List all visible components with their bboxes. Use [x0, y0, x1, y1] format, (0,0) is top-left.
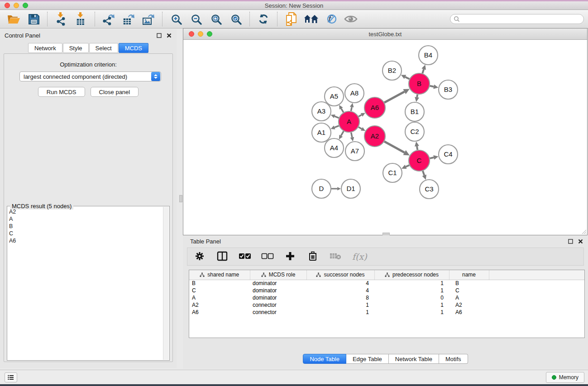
run-mcds-button[interactable]: Run MCDS	[38, 87, 85, 97]
tab-network-table[interactable]: Network Table	[389, 354, 439, 364]
settings-gear-button[interactable]	[194, 251, 206, 262]
edge-A-A3[interactable]	[335, 116, 339, 118]
close-panel-button[interactable]: Close panel	[91, 87, 139, 97]
edge-B-B2[interactable]	[405, 77, 409, 79]
hide-fx-button[interactable]: f	[324, 12, 338, 26]
open-file-button[interactable]	[6, 12, 21, 26]
home-button[interactable]	[304, 12, 318, 26]
edge-B-B1[interactable]	[417, 95, 417, 97]
graph-node-B1[interactable]: B1	[405, 102, 424, 121]
tab-select[interactable]: Select	[89, 43, 118, 53]
edge-B-B4[interactable]	[422, 69, 424, 73]
resize-grip-icon[interactable]	[580, 228, 587, 234]
zoom-selected-button[interactable]	[229, 12, 243, 26]
graph-node-A1[interactable]: A1	[312, 123, 331, 142]
column-header[interactable]: predecessor nodes	[374, 270, 449, 280]
edge-B-B3[interactable]	[430, 86, 434, 87]
result-item[interactable]: B	[9, 223, 163, 230]
edge-A-A8[interactable]	[351, 107, 352, 111]
result-scrollbar[interactable]	[163, 207, 169, 360]
graph-node-B3[interactable]: B3	[439, 80, 458, 99]
result-item[interactable]: A6	[9, 237, 163, 244]
column-header[interactable]: name	[449, 270, 489, 280]
close-panel-icon[interactable]	[166, 33, 172, 38]
select-all-button[interactable]	[239, 251, 251, 262]
edge-A-A6[interactable]	[359, 115, 362, 117]
graph-node-C1[interactable]: C1	[383, 163, 402, 182]
table-row[interactable]: Adominator80 A	[189, 294, 584, 301]
table-float-panel-icon[interactable]	[568, 238, 574, 244]
export-network-button[interactable]	[101, 12, 116, 26]
graph-node-A2[interactable]: A2	[364, 126, 385, 147]
tab-network[interactable]: Network	[28, 43, 62, 53]
table-row[interactable]: A6connector11 A6	[189, 309, 584, 316]
save-session-button[interactable]	[26, 12, 41, 26]
graph-node-D1[interactable]: D1	[341, 179, 360, 198]
result-item[interactable]: C	[9, 230, 163, 237]
edge-A-A5[interactable]	[341, 109, 344, 113]
import-table-button[interactable]	[74, 12, 88, 26]
search-box[interactable]	[450, 14, 584, 24]
criterion-dropdown[interactable]: largest connected component (directed)	[19, 71, 161, 81]
graph-node-B[interactable]: B	[409, 73, 430, 94]
split-panel-button[interactable]	[216, 251, 228, 262]
add-column-button[interactable]	[284, 251, 296, 262]
network-canvas[interactable]: B4 B2 B B3 A5 A8 A6 A3 A B1 A1 A2 C2 A4 …	[183, 40, 587, 235]
network-window-titlebar[interactable]: testGlobe.txt	[183, 29, 587, 40]
graph-node-C4[interactable]: C4	[439, 145, 458, 164]
edge-A-A4[interactable]	[341, 131, 344, 136]
edge-A6-B[interactable]	[384, 92, 404, 103]
graph-node-A7[interactable]: A7	[345, 142, 364, 161]
export-table-button[interactable]	[121, 12, 136, 26]
show-graphics-button[interactable]	[344, 12, 358, 26]
graph-node-A8[interactable]: A8	[345, 84, 364, 103]
result-item[interactable]: A	[9, 215, 163, 223]
edge-A-A2[interactable]	[359, 127, 362, 129]
tab-node-table[interactable]: Node Table	[303, 354, 346, 364]
edge-C-C3[interactable]	[423, 171, 424, 176]
graph-node-A[interactable]: A	[339, 111, 359, 132]
graph-node-C[interactable]: C	[409, 150, 430, 171]
edge-A-A1[interactable]	[335, 126, 339, 128]
graph-node-C3[interactable]: C3	[420, 180, 439, 199]
graph-node-C2[interactable]: C2	[405, 122, 424, 141]
edge-C-C2[interactable]	[417, 146, 417, 150]
deselect-all-button[interactable]	[262, 251, 273, 262]
vertical-split-handle[interactable]	[179, 195, 182, 202]
edge-A-A7[interactable]	[351, 133, 352, 138]
graph-node-D[interactable]: D	[312, 179, 331, 198]
table-close-panel-icon[interactable]	[578, 238, 583, 244]
column-header[interactable]: MCDS role	[250, 270, 306, 280]
column-header[interactable]: successor nodes	[306, 270, 374, 280]
memory-button[interactable]: Memory	[546, 372, 584, 383]
tab-mcds[interactable]: MCDS	[119, 43, 148, 53]
edge-C-C1[interactable]	[406, 165, 409, 167]
edge-A2-C[interactable]	[384, 142, 405, 153]
result-item[interactable]: A2	[9, 208, 163, 215]
column-header[interactable]: shared name	[189, 270, 250, 280]
import-network-button[interactable]	[54, 12, 68, 26]
table-row[interactable]: Bdominator41 B	[189, 280, 584, 287]
task-history-button[interactable]	[5, 372, 17, 382]
mcds-result-list[interactable]: A2ABCA6	[9, 208, 163, 359]
delete-column-button[interactable]	[307, 251, 319, 262]
graph-node-A6[interactable]: A6	[364, 97, 385, 118]
graph-node-A4[interactable]: A4	[325, 138, 344, 157]
zoom-fit-button[interactable]	[209, 12, 223, 26]
edge-C-C4[interactable]	[430, 157, 434, 158]
tab-motifs[interactable]: Motifs	[439, 354, 468, 364]
graph-node-B2[interactable]: B2	[382, 61, 402, 80]
tab-edge-table[interactable]: Edge Table	[346, 354, 389, 364]
graph-node-A3[interactable]: A3	[312, 102, 331, 121]
tab-style[interactable]: Style	[63, 43, 89, 53]
node-table[interactable]: shared nameMCDS rolesuccessor nodesprede…	[189, 270, 585, 338]
table-row[interactable]: Cdominator41 C	[189, 287, 584, 294]
float-panel-icon[interactable]	[156, 33, 162, 38]
zoom-in-button[interactable]	[169, 12, 183, 26]
duplicate-network-button[interactable]	[284, 12, 298, 26]
export-image-button[interactable]	[141, 12, 156, 26]
graph-node-B4[interactable]: B4	[419, 46, 438, 65]
table-row[interactable]: A2connector11 A2	[189, 301, 584, 309]
search-input[interactable]	[460, 15, 583, 23]
zoom-out-button[interactable]	[189, 12, 203, 26]
